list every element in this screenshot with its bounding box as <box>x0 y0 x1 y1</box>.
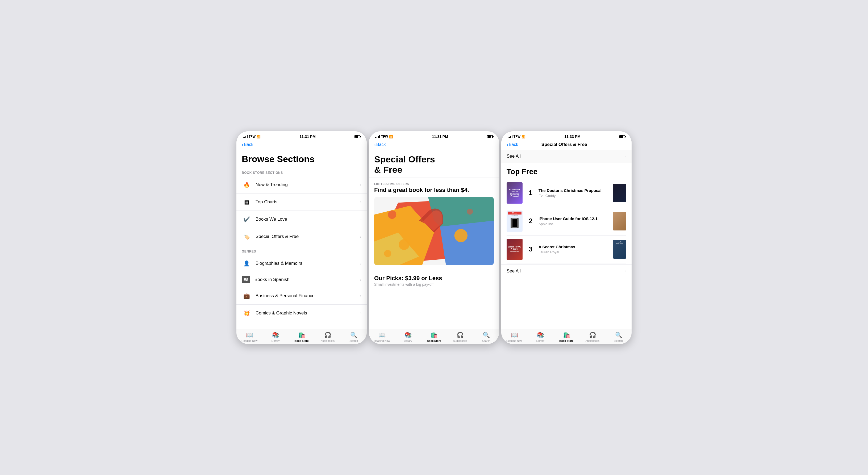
see-all-top-label[interactable]: See All <box>506 154 521 159</box>
svg-point-6 <box>399 239 409 250</box>
section-label-genres: GENRES <box>237 245 367 255</box>
signal-bar <box>245 136 246 138</box>
book-rank-item-3[interactable]: Lauren ROYALA Secret Christmas 3 A Secre… <box>506 235 626 263</box>
search-label-3: Search <box>614 340 623 342</box>
book-author-3: Lauren Royal <box>538 250 610 254</box>
offer-card[interactable] <box>374 197 494 265</box>
list-item-biographies[interactable]: 👤 Biographies & Memoirs › <box>237 255 367 272</box>
book-title-1: The Doctor's Christmas Proposal <box>538 188 610 193</box>
list-item-new-trending[interactable]: 🔥 New & Trending › <box>237 176 367 193</box>
tab-reading-now-2[interactable]: 📖 Reading Now <box>369 331 395 343</box>
list-item-spanish[interactable]: ES Books in Spanish › <box>237 272 367 287</box>
bookstore-label-3: Book Store <box>559 340 574 342</box>
book-title-2: iPhone User Guide for iOS 12.1 <box>538 216 610 221</box>
signal-bar <box>509 137 510 138</box>
see-all-bottom-label[interactable]: See All <box>506 268 521 274</box>
reading-now-icon-2: 📖 <box>378 332 385 339</box>
tab-search-2[interactable]: 🔍 Search <box>473 331 499 343</box>
tab-bookstore-2[interactable]: 🛍️ Book Store <box>421 331 447 343</box>
tab-bookstore-1[interactable]: 🛍️ Book Store <box>288 331 315 343</box>
library-label-1: Library <box>272 340 280 342</box>
list-item-top-charts[interactable]: ▦ Top Charts › <box>237 193 367 211</box>
tab-audiobooks-3[interactable]: 🎧 Audiobooks <box>580 331 606 343</box>
status-bar-3: TFW 📶 11:33 PM <box>501 131 631 141</box>
search-label-2: Search <box>482 340 490 342</box>
book-cover-right-3: LOSDISTRA <box>613 240 626 259</box>
tab-search-1[interactable]: 🔍 Search <box>341 331 367 343</box>
comics-icon: 💥 <box>242 308 251 318</box>
limited-time-label: LIMITED-TIME OFFERS <box>374 182 494 186</box>
reading-now-icon-1: 📖 <box>246 332 253 339</box>
status-left-1: TFW 📶 <box>243 135 260 138</box>
reading-now-label-2: Reading Now <box>374 340 390 342</box>
back-chevron-icon-1: ‹ <box>242 142 243 148</box>
wifi-icon-3: 📶 <box>522 135 525 138</box>
list-item-comics[interactable]: 💥 Comics & Graphic Novels › <box>237 305 367 322</box>
tab-reading-now-1[interactable]: 📖 Reading Now <box>237 331 262 343</box>
tab-library-3[interactable]: 📚 Library <box>527 331 553 343</box>
battery-icon-3 <box>619 135 625 138</box>
status-bar-2: TFW 📶 11:31 PM <box>369 131 499 141</box>
book-title-3: A Secret Christmas <box>538 244 610 250</box>
phone-screen-3: TFW 📶 11:33 PM ‹ Back Special Offers & F… <box>501 131 631 344</box>
tab-library-1[interactable]: 📚 Library <box>262 331 288 343</box>
signal-bar <box>377 137 377 138</box>
tab-search-3[interactable]: 🔍 Search <box>606 331 631 343</box>
top-charts-label: Top Charts <box>255 199 360 205</box>
library-label-3: Library <box>536 340 545 342</box>
tab-audiobooks-1[interactable]: 🎧 Audiobooks <box>315 331 341 343</box>
book-cover-text-3: Lauren ROYALA Secret Christmas <box>508 246 522 253</box>
svg-point-10 <box>384 250 391 257</box>
tab-audiobooks-2[interactable]: 🎧 Audiobooks <box>447 331 473 343</box>
spanish-label: Books in Spanish <box>254 277 360 282</box>
back-button-1[interactable]: ‹ Back <box>242 142 253 148</box>
see-all-row-top[interactable]: See All › <box>501 150 631 163</box>
wifi-icon-2: 📶 <box>389 135 393 138</box>
carrier-label-2: TFW <box>381 135 388 138</box>
signal-bar <box>508 137 508 138</box>
carrier-label-3: TFW <box>514 135 520 138</box>
search-icon-2: 🔍 <box>483 332 490 339</box>
book-cover-right-1 <box>613 184 626 202</box>
back-label-1[interactable]: Back <box>244 142 253 147</box>
nav-title-3: Special Offers & Free <box>502 142 626 147</box>
chevron-icon: › <box>360 294 362 298</box>
back-label-2[interactable]: Back <box>376 142 386 147</box>
audiobooks-icon-1: 🎧 <box>324 332 331 339</box>
status-right-1 <box>354 135 360 138</box>
book-rank-item-1[interactable]: EVE GADDYDoctor's Christmas Proposal 1 T… <box>506 179 626 207</box>
battery-fill-3 <box>620 135 623 138</box>
time-label-1: 11:31 PM <box>300 134 316 139</box>
back-button-2[interactable]: ‹ Back <box>374 142 386 148</box>
chevron-icon: › <box>360 234 362 239</box>
tab-bar-2: 📖 Reading Now 📚 Library 🛍️ Book Store 🎧 … <box>369 329 499 344</box>
library-icon-1: 📚 <box>272 332 279 339</box>
tab-reading-now-3[interactable]: 📖 Reading Now <box>501 331 527 343</box>
tab-bookstore-3[interactable]: 🛍️ Book Store <box>553 331 580 343</box>
audiobooks-label-3: Audiobooks <box>586 340 599 342</box>
back-chevron-icon-2: ‹ <box>374 142 376 148</box>
bookstore-icon-1: 🛍️ <box>298 332 305 339</box>
section-label-store: BOOK STORE SECTIONS <box>237 167 367 176</box>
book-author-2: Apple Inc. <box>538 222 610 226</box>
book-info-3: A Secret Christmas Lauren Royal <box>538 244 610 254</box>
audiobooks-label-2: Audiobooks <box>453 340 467 342</box>
list-item-books-we-love[interactable]: ✔️ Books We Love › <box>237 211 367 228</box>
status-left-2: TFW 📶 <box>375 135 393 138</box>
see-all-row-bottom[interactable]: See All › <box>501 264 631 278</box>
svg-point-8 <box>388 210 397 219</box>
rank-number-1: 1 <box>526 189 535 197</box>
briefcase-icon: 💼 <box>242 291 251 300</box>
list-item-business[interactable]: 💼 Business & Personal Finance › <box>237 287 367 305</box>
search-icon-3: 🔍 <box>615 332 622 339</box>
signal-bar <box>379 135 380 138</box>
browse-sections-content: Browse Sections BOOK STORE SECTIONS 🔥 Ne… <box>237 150 367 329</box>
signal-bar <box>244 137 245 138</box>
svg-point-7 <box>455 229 468 242</box>
book-info-1: The Doctor's Christmas Proposal Eve Gadd… <box>538 188 610 198</box>
reading-now-label-1: Reading Now <box>242 340 257 342</box>
see-all-chevron-bottom: › <box>625 269 626 273</box>
list-item-special-offers[interactable]: 🏷️ Special Offers & Free › <box>237 228 367 245</box>
book-rank-item-2[interactable]: iPhone User Guide 2 iPhone User Guide fo… <box>506 207 626 235</box>
tab-library-2[interactable]: 📚 Library <box>395 331 421 343</box>
